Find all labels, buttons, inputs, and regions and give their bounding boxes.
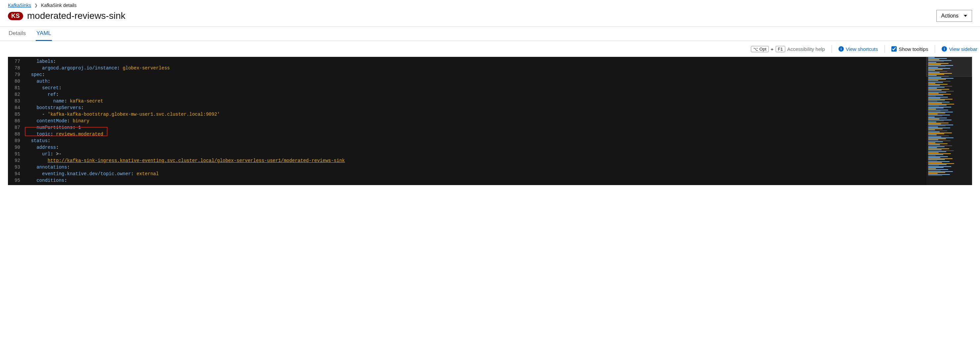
tab-yaml[interactable]: YAML: [36, 27, 52, 41]
actions-dropdown[interactable]: Actions: [936, 10, 972, 22]
code-line[interactable]: address:: [24, 144, 926, 151]
token: :: [48, 138, 50, 143]
token: topic: [37, 132, 50, 137]
token: :: [53, 59, 56, 64]
token: url: [42, 151, 50, 157]
line-number: 85: [14, 111, 20, 118]
code-line[interactable]: bootstrapServers:: [24, 105, 926, 111]
token: :: [59, 85, 62, 91]
minimap-viewport[interactable]: [926, 57, 972, 77]
code-line[interactable]: - 'kafka-kafka-bootstrap.globex-mw-user1…: [24, 111, 926, 118]
tab-details[interactable]: Details: [8, 27, 27, 41]
code-line[interactable]: ref:: [24, 91, 926, 98]
token: :: [56, 92, 59, 97]
code-line[interactable]: http://kafka-sink-ingress.knative-eventi…: [24, 157, 926, 164]
line-number: 79: [14, 72, 20, 78]
token: secret: [42, 85, 59, 91]
token: reviews.moderated: [56, 132, 103, 137]
token: :: [50, 151, 56, 157]
resource-badge: KS: [8, 12, 23, 20]
kbd-opt: ⌥ Opt: [751, 46, 769, 52]
kbd-f1: F1: [776, 46, 785, 52]
token: :: [48, 79, 50, 84]
divider: [832, 45, 832, 53]
yaml-editor[interactable]: 77787980818283848586878889909192939495 l…: [8, 57, 972, 185]
line-number: 80: [14, 78, 20, 84]
code-line[interactable]: topic: reviews.moderated: [24, 131, 926, 137]
breadcrumb-parent-link[interactable]: KafkaSinks: [8, 3, 31, 8]
chevron-right-icon: ❯: [34, 3, 38, 8]
token: ref: [48, 92, 56, 97]
token: spec: [31, 72, 42, 77]
token: :: [64, 178, 67, 183]
code-line[interactable]: secret:: [24, 84, 926, 91]
code-line[interactable]: status:: [24, 137, 926, 144]
divider: [885, 45, 885, 53]
line-number: 77: [14, 58, 20, 65]
token: http://kafka-sink-ingress.knative-eventi…: [48, 158, 345, 163]
token: :: [42, 72, 45, 77]
view-sidebar-link[interactable]: i View sidebar: [942, 46, 977, 52]
token: kafka-secret: [70, 99, 103, 104]
code-line[interactable]: conditions:: [24, 177, 926, 184]
token: labels: [37, 59, 53, 64]
token: conditions: [37, 178, 64, 183]
a11y-label: Accessibility help: [787, 46, 825, 52]
token: :: [56, 145, 59, 150]
token: contentMode: [37, 118, 67, 124]
minimap[interactable]: [926, 57, 972, 185]
token: globex-serverless: [123, 65, 170, 71]
token: :: [117, 65, 123, 71]
token: :: [131, 171, 137, 176]
line-number: 90: [14, 144, 20, 151]
token: :: [67, 118, 73, 124]
line-number: 83: [14, 98, 20, 105]
line-number: 92: [14, 157, 20, 164]
line-number: 95: [14, 177, 20, 184]
divider: [935, 45, 935, 53]
code-line[interactable]: auth:: [24, 78, 926, 84]
line-number: 94: [14, 170, 20, 177]
code-line[interactable]: url: >-: [24, 151, 926, 157]
token: external: [137, 171, 159, 176]
code-line[interactable]: name: kafka-secret: [24, 98, 926, 105]
code-line[interactable]: annotations:: [24, 164, 926, 170]
code-line[interactable]: eventing.knative.dev/topic.owner: extern…: [24, 170, 926, 177]
token: :: [50, 132, 56, 137]
line-number: 84: [14, 105, 20, 111]
token: status: [31, 138, 48, 143]
title-row: KS moderated-reviews-sink Actions: [0, 8, 980, 27]
view-shortcuts-link[interactable]: i View shortcuts: [838, 46, 878, 52]
view-sidebar-label: View sidebar: [949, 46, 977, 52]
show-tooltips-toggle[interactable]: Show tooltips: [891, 46, 928, 52]
kbd-plus: +: [771, 46, 774, 52]
line-number: 82: [14, 91, 20, 98]
token: address: [37, 145, 56, 150]
code-line[interactable]: spec:: [24, 72, 926, 78]
view-shortcuts-label: View shortcuts: [846, 46, 878, 52]
token: :: [67, 165, 70, 170]
line-number: 78: [14, 65, 20, 72]
code-line[interactable]: contentMode: binary: [24, 118, 926, 124]
actions-label: Actions: [941, 13, 959, 19]
a11y-hint: ⌥ Opt + F1 Accessibility help: [751, 46, 825, 52]
info-icon: i: [942, 46, 947, 52]
code-line[interactable]: labels:: [24, 58, 926, 65]
token: argocd.argoproj.io/instance: [42, 65, 117, 71]
line-number: 88: [14, 131, 20, 137]
code-content[interactable]: labels: argocd.argoproj.io/instance: glo…: [24, 57, 926, 185]
tabs: Details YAML: [0, 27, 980, 41]
code-line[interactable]: numPartitions: 1: [24, 124, 926, 131]
breadcrumb: KafkaSinks ❯ KafkaSink details: [0, 0, 980, 8]
line-number: 91: [14, 151, 20, 157]
token: -: [42, 112, 48, 117]
token: numPartitions: [37, 125, 72, 130]
token: :: [64, 99, 70, 104]
line-number: 87: [14, 124, 20, 131]
line-number: 89: [14, 137, 20, 144]
line-number-gutter: 77787980818283848586878889909192939495: [8, 57, 24, 185]
show-tooltips-checkbox[interactable]: [891, 46, 897, 52]
token: :: [73, 125, 78, 130]
token: 'kafka-kafka-bootstrap.globex-mw-user1.s…: [48, 112, 220, 117]
code-line[interactable]: argocd.argoproj.io/instance: globex-serv…: [24, 65, 926, 72]
